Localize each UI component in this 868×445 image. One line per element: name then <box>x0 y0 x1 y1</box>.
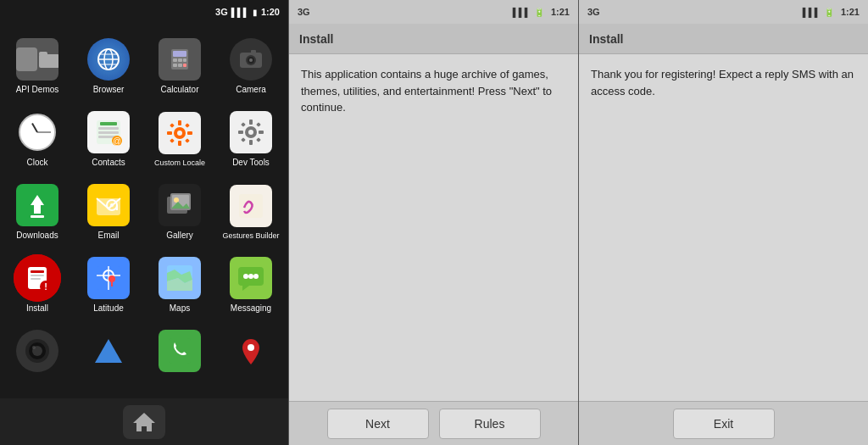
home-button[interactable] <box>123 405 165 439</box>
gallery-icon <box>159 184 201 226</box>
svg-point-74 <box>243 274 248 279</box>
app-install[interactable]: ! Install <box>3 249 71 319</box>
app-gestures-builder[interactable]: Gestures Builder <box>217 176 285 246</box>
app-dev-tools-label: Dev Tools <box>232 158 270 168</box>
custom-locale-icon <box>159 112 201 154</box>
app-contacts-label: Contacts <box>92 158 125 168</box>
contacts-svg: @ <box>93 117 124 147</box>
app-custom-locale-label: Custom Locale <box>154 159 205 168</box>
svg-rect-48 <box>31 215 44 218</box>
svg-rect-39 <box>249 120 253 125</box>
svg-rect-45 <box>241 137 246 142</box>
svg-rect-9 <box>173 58 177 62</box>
app-api-demos-label: API Demos <box>16 85 59 95</box>
app-downloads[interactable]: Downloads <box>3 176 71 246</box>
phone3-install-titlebar: Install <box>579 24 868 54</box>
downloads-icon <box>16 184 58 226</box>
latitude-icon <box>87 257 130 299</box>
svg-rect-62 <box>31 278 41 280</box>
calculator-icon <box>159 38 201 81</box>
svg-rect-34 <box>185 123 190 128</box>
app-custom-locale[interactable]: Custom Locale <box>146 103 214 173</box>
svg-point-51 <box>110 203 114 207</box>
phone3-bars-icon: ▌▌▌ <box>803 8 821 17</box>
app-messaging[interactable]: Messaging <box>217 249 285 319</box>
phone3-screen: 3G ▌▌▌ 🔋 1:21 Install Thank you for regi… <box>578 0 868 445</box>
app-latitude[interactable]: Latitude <box>75 249 142 319</box>
phone3-install-title: Install <box>589 32 623 46</box>
svg-rect-40 <box>249 140 253 145</box>
messaging-icon <box>230 257 272 299</box>
gear-orange-svg <box>164 118 195 148</box>
app-row5-2[interactable] <box>75 322 142 380</box>
home-bar <box>0 398 288 445</box>
svg-marker-84 <box>133 413 155 431</box>
phone-svg <box>164 336 195 366</box>
svg-rect-14 <box>183 64 186 67</box>
svg-rect-41 <box>238 131 243 134</box>
svg-rect-12 <box>173 64 177 67</box>
svg-rect-36 <box>185 138 190 143</box>
svg-marker-81 <box>95 339 122 363</box>
maps-icon <box>159 257 201 299</box>
app-browser[interactable]: Browser <box>75 31 142 100</box>
svg-rect-42 <box>259 131 264 134</box>
phone3-install-message: Thank you for registering! Expect a repl… <box>591 66 856 99</box>
svg-point-83 <box>248 344 254 351</box>
svg-point-75 <box>248 274 253 279</box>
contacts-icon: @ <box>87 111 130 153</box>
rules-button[interactable]: Rules <box>439 409 541 439</box>
svg-rect-13 <box>178 64 182 67</box>
app-dev-tools[interactable]: Dev Tools <box>217 103 285 173</box>
app-row5-3[interactable] <box>146 322 214 380</box>
phone1-time: 1:20 <box>261 7 280 17</box>
gestures-icon <box>230 185 272 227</box>
app-api-demos[interactable]: API Demos <box>3 31 71 100</box>
svg-rect-29 <box>178 120 181 125</box>
app-grid: API Demos Browser <box>0 24 288 398</box>
svg-rect-11 <box>183 58 186 62</box>
svg-rect-30 <box>178 141 181 146</box>
app-clock[interactable]: Clock <box>3 103 71 173</box>
app-maps-label: Maps <box>170 303 190 314</box>
svg-text:!: ! <box>44 281 47 292</box>
app-downloads-label: Downloads <box>16 231 58 241</box>
app-email[interactable]: Email <box>75 176 142 246</box>
svg-marker-73 <box>242 286 249 291</box>
app-row5-1[interactable] <box>3 322 71 380</box>
app-gallery-label: Gallery <box>166 231 193 241</box>
app-camera[interactable]: Camera <box>217 31 285 100</box>
triangle-icon <box>87 330 130 372</box>
lens-icon <box>16 330 58 372</box>
phone2-install-buttons: Next Rules <box>289 401 578 445</box>
app-camera-label: Camera <box>236 85 266 95</box>
svg-rect-31 <box>167 131 172 135</box>
camera-svg <box>236 44 266 75</box>
install-svg: ! <box>21 262 53 294</box>
svg-rect-23 <box>98 131 119 134</box>
gestures-svg <box>236 191 266 221</box>
svg-rect-0 <box>39 54 58 68</box>
svg-rect-44 <box>256 122 261 127</box>
app-contacts[interactable]: @ Contacts <box>75 103 142 173</box>
app-row5-4[interactable] <box>217 322 285 380</box>
next-button[interactable]: Next <box>327 409 429 439</box>
app-gallery[interactable]: Gallery <box>146 176 214 246</box>
phone1-bars-icon: ▌▌▌ <box>231 8 249 17</box>
app-browser-label: Browser <box>93 85 125 95</box>
phone2-install-message: This application contains a huge archive… <box>301 66 566 116</box>
app-calculator[interactable]: Calculator <box>146 31 214 100</box>
svg-rect-58 <box>239 194 263 218</box>
svg-rect-82 <box>169 338 191 364</box>
app-maps[interactable]: Maps <box>146 249 214 319</box>
calc-svg <box>166 46 193 73</box>
exit-button[interactable]: Exit <box>673 409 775 439</box>
folder-icon-svg <box>37 47 58 71</box>
svg-rect-22 <box>98 127 119 130</box>
phone3-install-content: Thank you for registering! Expect a repl… <box>579 54 868 401</box>
svg-rect-19 <box>251 50 256 53</box>
globe-svg <box>95 46 122 73</box>
phone3-battery-icon: 🔋 <box>824 8 834 17</box>
pin-svg <box>236 336 266 366</box>
svg-rect-46 <box>256 137 261 142</box>
